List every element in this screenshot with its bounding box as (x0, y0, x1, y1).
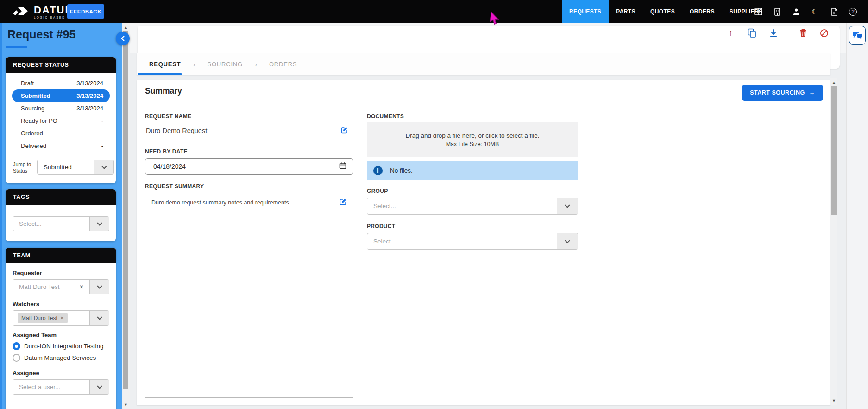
nav-item-requests[interactable]: REQUESTS (562, 0, 609, 23)
status-row-draft[interactable]: Draft3/13/2024 (12, 77, 110, 89)
sidebar-scrollbar[interactable]: ▲ ▼ (122, 23, 130, 409)
jump-to-status-label: Jump to Status (13, 161, 31, 174)
no-files-info-bar: i No files. (367, 161, 578, 180)
status-row-delivered[interactable]: Delivered- (12, 140, 110, 152)
record-actions-toolbar: ↑ (724, 26, 831, 39)
nav-item-parts[interactable]: PARTS (609, 0, 643, 23)
requester-label: Requester (13, 269, 109, 276)
request-status-card: REQUEST STATUS Draft3/13/2024 Submitted3… (6, 57, 116, 183)
request-name-label: REQUEST NAME (145, 113, 191, 120)
help-icon[interactable]: ? (843, 0, 862, 23)
edit-request-summary-icon[interactable] (339, 198, 347, 208)
workflow-tab-bar: REQUEST › SOURCING › ORDERS (137, 53, 830, 75)
chat-bubbles-icon (852, 31, 862, 39)
group-select[interactable]: Select... (367, 198, 578, 215)
user-icon[interactable] (786, 0, 805, 23)
edit-request-name-icon[interactable] (340, 126, 348, 136)
team-header: TEAM (6, 248, 116, 263)
calendar-icon[interactable] (339, 162, 346, 171)
logo-arrow-icon (12, 4, 30, 20)
chip-remove-icon[interactable]: ✕ (60, 315, 64, 320)
product-label: PRODUCT (367, 223, 395, 230)
chat-strip (846, 23, 868, 409)
tab-request[interactable]: REQUEST (149, 61, 181, 68)
nav-item-quotes[interactable]: QUOTES (643, 0, 682, 23)
tab-orders[interactable]: ORDERS (269, 61, 297, 68)
need-by-date-input[interactable]: 04/18/2024 (145, 158, 353, 175)
assignee-label: Assignee (13, 370, 109, 377)
scroll-up-icon[interactable]: ▲ (122, 25, 130, 30)
section-title: Summary (145, 86, 182, 96)
mouse-cursor (489, 12, 501, 28)
chevron-down-icon (97, 314, 102, 320)
document-icon[interactable] (824, 0, 843, 23)
group-label: GROUP (367, 188, 388, 194)
group-select-chevron-button[interactable] (557, 198, 578, 214)
primary-nav: REQUESTS PARTS QUOTES ORDERS SUPPLIERS (562, 0, 770, 23)
toolbar-divider (788, 25, 788, 41)
top-navbar: DATUM LOGIC BASED SOURCING FEEDBACK REQU… (0, 0, 868, 23)
product-select-chevron-button[interactable] (557, 233, 578, 249)
chat-button[interactable] (849, 26, 866, 45)
chevron-down-icon (97, 283, 102, 288)
main-scrollbar-thumb[interactable] (831, 86, 837, 215)
move-up-icon[interactable]: ↑ (724, 26, 737, 39)
chevron-down-icon (565, 203, 570, 208)
tags-card: TAGS Select... (6, 189, 116, 241)
download-icon[interactable] (767, 26, 780, 39)
apps-grid-icon[interactable] (748, 0, 767, 23)
block-icon[interactable] (818, 26, 831, 39)
radio-datum-managed-services[interactable]: Datum Managed Services (13, 354, 109, 362)
request-summary-label: REQUEST SUMMARY (145, 183, 204, 190)
scroll-down-icon[interactable]: ▼ (122, 403, 130, 407)
jump-select-chevron-button[interactable] (94, 160, 113, 174)
sidebar-scrollbar-thumb[interactable] (123, 31, 128, 389)
status-row-ready-for-po[interactable]: Ready for PO- (12, 115, 110, 127)
chevron-right-icon: › (193, 60, 195, 68)
request-summary-textarea[interactable]: Duro demo request summary notes and requ… (145, 193, 353, 398)
page-title: Request #95 (7, 28, 75, 41)
tab-sourcing[interactable]: SOURCING (207, 61, 242, 68)
company-icon[interactable] (767, 0, 786, 23)
assigned-team-label: Assigned Team (13, 332, 109, 339)
product-select[interactable]: Select... (367, 233, 578, 250)
request-status-header: REQUEST STATUS (6, 57, 116, 73)
nav-icon-group: ☾ ? (748, 0, 862, 23)
watchers-select-chevron-button[interactable] (89, 311, 109, 325)
copy-icon[interactable] (745, 26, 759, 39)
request-name-value: Duro Demo Request (146, 127, 207, 134)
status-row-ordered[interactable]: Ordered- (12, 127, 110, 140)
need-by-date-label: NEED BY DATE (145, 148, 188, 155)
nav-item-orders[interactable]: ORDERS (682, 0, 722, 23)
team-card: TEAM Requester Matt Duro Test ✕ Watchers… (6, 248, 116, 409)
tags-select-chevron-button[interactable] (89, 217, 109, 231)
start-sourcing-button[interactable]: START SOURCING → (742, 85, 823, 101)
status-row-sourcing[interactable]: Sourcing3/13/2024 (12, 102, 110, 115)
scroll-down-icon[interactable]: ▼ (830, 398, 837, 403)
documents-label: DOCUMENTS (367, 113, 404, 120)
tags-select[interactable]: Select... (13, 216, 109, 231)
no-files-text: No files. (390, 167, 413, 174)
title-accent-bar (6, 46, 27, 48)
jump-to-status-select[interactable]: Submitted (37, 160, 114, 175)
requester-select-chevron-button[interactable] (89, 280, 109, 294)
radio-duro-ion-integration-testing[interactable]: Duro-ION Integration Testing (13, 342, 109, 350)
request-summary-panel: Summary START SOURCING → REQUEST NAME Du… (137, 80, 830, 405)
delete-icon[interactable] (796, 26, 810, 39)
back-arrow-icon (120, 35, 126, 42)
collapse-sidebar-button[interactable] (116, 32, 130, 45)
main-scrollbar[interactable]: ▲ ▼ (830, 78, 837, 405)
assignee-select[interactable]: Select a user... (13, 379, 109, 395)
chevron-down-icon (97, 220, 102, 225)
request-sidebar: Request #95 REQUEST STATUS Draft3/13/202… (0, 23, 122, 409)
status-row-submitted[interactable]: Submitted3/13/2024 (12, 89, 110, 102)
file-dropzone[interactable]: Drag and drop a file here, or click to s… (367, 122, 578, 157)
dark-mode-icon[interactable]: ☾ (805, 0, 824, 23)
watchers-select[interactable]: Matt Duro Test ✕ (13, 310, 109, 326)
clear-icon[interactable]: ✕ (79, 284, 84, 290)
assignee-select-chevron-button[interactable] (89, 380, 109, 394)
requester-select[interactable]: Matt Duro Test ✕ (13, 279, 109, 294)
section-divider (145, 103, 823, 103)
feedback-button[interactable]: FEEDBACK (67, 4, 104, 19)
scroll-up-icon[interactable]: ▲ (830, 80, 837, 85)
